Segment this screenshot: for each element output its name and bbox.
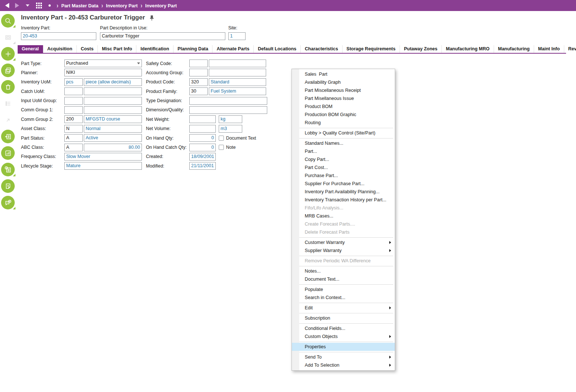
catch-uom-desc-field[interactable] xyxy=(84,87,142,95)
search-icon[interactable] xyxy=(1,14,15,28)
menu-item-send-to[interactable]: Send To xyxy=(292,353,395,361)
part-status-desc-field[interactable]: Active xyxy=(84,134,142,142)
tab-manufacturing-mro[interactable]: Manufacturing MRO xyxy=(442,45,494,53)
inventory-part-field[interactable]: 20-453 xyxy=(21,32,96,40)
menu-item-lobby-quality-control-site-part-[interactable]: Lobby > Quality Control (Site/Part) xyxy=(292,129,395,137)
dimension-quality-field[interactable] xyxy=(189,106,267,114)
comm-group-1-desc-field[interactable] xyxy=(84,106,142,114)
net-weight-unit-field[interactable]: kg xyxy=(219,115,242,123)
tab-acquisition[interactable]: Acquisition xyxy=(43,45,77,53)
menu-item-routing[interactable]: Routing xyxy=(292,119,395,127)
menu-item-purchase-part-[interactable]: Purchase Part... xyxy=(292,172,395,180)
tab-planning-data[interactable]: Planning Data xyxy=(173,45,212,53)
asset-class-desc-field[interactable]: Normal xyxy=(84,125,142,133)
back-icon[interactable] xyxy=(5,3,9,8)
menu-item-inventory-transaction-history-per-part-[interactable]: Inventory Transaction History per Part..… xyxy=(292,196,395,204)
bar-chart-icon[interactable] xyxy=(1,146,15,160)
menu-item-sales-part[interactable]: Sales Part xyxy=(292,70,395,78)
breadcrumb-part-master-data[interactable]: Part Master Data xyxy=(61,3,99,8)
tab-misc-part-info[interactable]: Misc Part Info xyxy=(98,45,136,53)
planner-field[interactable]: NIKI xyxy=(64,69,142,76)
menu-item-search-in-context-[interactable]: Search in Context... xyxy=(292,294,395,302)
inventory-uom-code-field[interactable]: pcs xyxy=(64,78,83,86)
part-status-code-field[interactable]: A xyxy=(64,134,83,142)
menu-item-subscription[interactable]: Subscription xyxy=(292,314,395,322)
breadcrumb-inventory-part[interactable]: Inventory Part xyxy=(106,3,137,8)
tab-general[interactable]: General xyxy=(18,45,43,53)
menu-item-availability-graph[interactable]: Availability Graph xyxy=(292,78,395,86)
menu-item-notes-[interactable]: Notes... xyxy=(292,267,395,275)
forward-icon[interactable] xyxy=(15,3,19,8)
menu-item-populate[interactable]: Populate xyxy=(292,285,395,294)
tab-costs[interactable]: Costs xyxy=(77,45,98,53)
tab-maint-info[interactable]: Maint Info xyxy=(534,45,564,53)
menu-item-part-cost-[interactable]: Part Cost... xyxy=(292,163,395,172)
tab-identification[interactable]: Identification xyxy=(136,45,173,53)
menu-item-properties[interactable]: Properties xyxy=(292,343,395,351)
menu-item-document-text-[interactable]: Document Text... xyxy=(292,275,395,283)
tab-manufacturing[interactable]: Manufacturing xyxy=(494,45,534,53)
tab-default-locations[interactable]: Default Locations xyxy=(254,45,301,53)
input-uom-group-code-field[interactable] xyxy=(64,97,83,105)
document-text-checkbox[interactable] xyxy=(219,136,224,141)
doc-info-icon[interactable] xyxy=(1,163,15,176)
tab-revisions[interactable]: Revisions xyxy=(564,45,576,53)
accounting-group-code-field[interactable] xyxy=(189,69,208,76)
frequency-class-field[interactable]: Slow Mover xyxy=(64,153,142,161)
accounting-group-desc-field[interactable] xyxy=(209,69,266,76)
menu-item-inventory-part-availability-planning-[interactable]: Inventory Part Availability Planning... xyxy=(292,188,395,196)
product-family-desc-field[interactable]: Fuel System xyxy=(209,87,266,95)
doc-arrow-icon[interactable] xyxy=(1,130,15,143)
menu-item-production-bom-graphic[interactable]: Production BOM Graphic xyxy=(292,111,395,119)
on-hand-catch-qty-field[interactable]: 0 xyxy=(189,144,216,151)
comm-group-2-code-field[interactable]: 200 xyxy=(64,115,83,123)
tab-alternate-parts[interactable]: Alternate Parts xyxy=(212,45,254,53)
menu-item-product-bom[interactable]: Product BOM xyxy=(292,103,395,111)
page-plus-icon[interactable] xyxy=(1,179,15,193)
menu-item-supplier-for-purchase-part-[interactable]: Supplier For Purchase Part... xyxy=(292,180,395,188)
menu-item-edit[interactable]: Edit xyxy=(292,304,395,312)
tab-characteristics[interactable]: Characteristics xyxy=(301,45,342,53)
pin-icon[interactable] xyxy=(149,15,154,21)
menu-item-conditional-fields-[interactable]: Conditional Fields... xyxy=(292,324,395,332)
app-launcher-icon[interactable] xyxy=(36,3,42,8)
abc-class-code-field[interactable]: A xyxy=(64,144,83,151)
comm-group-1-code-field[interactable] xyxy=(64,106,83,114)
net-weight-field[interactable] xyxy=(189,115,216,123)
menu-item-custom-objects[interactable]: Custom Objects xyxy=(292,332,395,341)
menu-item-add-to-selection[interactable]: Add To Selection xyxy=(292,361,395,369)
menu-item-copy-part-[interactable]: Copy Part... xyxy=(292,155,395,163)
comment-add-icon[interactable] xyxy=(1,196,15,209)
net-volume-unit-field[interactable]: m3 xyxy=(219,125,242,133)
lifecycle-stage-field[interactable]: Mature xyxy=(64,162,142,170)
plus-icon[interactable] xyxy=(1,47,15,61)
safety-code-code-field[interactable] xyxy=(189,60,208,67)
part-description-field[interactable]: Carburetor Trigger xyxy=(100,32,225,40)
menu-item-supplier-warranty[interactable]: Supplier Warranty xyxy=(292,247,395,255)
modified-field[interactable]: 21/11/2001 xyxy=(189,162,216,170)
on-hand-qty-field[interactable]: 0 xyxy=(189,134,216,142)
tab-putaway-zones[interactable]: Putaway Zones xyxy=(400,45,442,53)
copy-icon[interactable] xyxy=(1,64,15,77)
product-code-code-field[interactable]: 320 xyxy=(189,78,208,86)
menu-item-standard-names-[interactable]: Standard Names... xyxy=(292,139,395,147)
menu-item-part-[interactable]: Part... xyxy=(292,147,395,155)
menu-item-customer-warranty[interactable]: Customer Warranty xyxy=(292,238,395,247)
menu-item-part-miscellaneous-receipt[interactable]: Part Miscellaneous Receipt xyxy=(292,86,395,94)
abc-class-pct-field[interactable]: 80.00 xyxy=(84,144,142,151)
product-family-code-field[interactable]: 30 xyxy=(189,87,208,95)
safety-code-desc-field[interactable] xyxy=(209,60,266,67)
site-field[interactable]: 1 xyxy=(228,32,246,40)
trash-icon[interactable] xyxy=(1,80,15,94)
product-code-desc-field[interactable]: Standard xyxy=(209,78,266,86)
net-volume-field[interactable] xyxy=(189,125,216,133)
inventory-uom-desc-field[interactable]: piece (allow decimals) xyxy=(84,78,142,86)
catch-uom-code-field[interactable] xyxy=(64,87,83,95)
comm-group-2-desc-field[interactable]: MFGSTD course xyxy=(84,115,142,123)
menu-item-mrb-cases-[interactable]: MRB Cases... xyxy=(292,212,395,220)
type-designation-field[interactable] xyxy=(189,97,267,105)
created-field[interactable]: 18/09/2001 xyxy=(189,153,216,161)
menu-item-part-misellaneous-issue[interactable]: Part Misellaneous Issue xyxy=(292,94,395,103)
note-checkbox[interactable] xyxy=(219,145,224,150)
input-uom-group-desc-field[interactable] xyxy=(84,97,142,105)
